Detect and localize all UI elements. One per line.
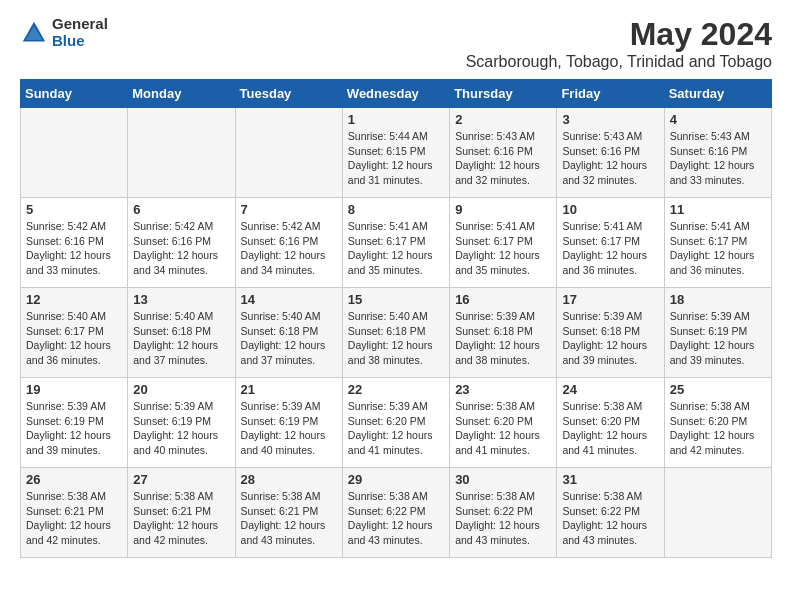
calendar-cell: 24Sunrise: 5:38 AM Sunset: 6:20 PM Dayli… <box>557 378 664 468</box>
day-number: 10 <box>562 202 658 217</box>
day-number: 22 <box>348 382 444 397</box>
calendar-cell: 27Sunrise: 5:38 AM Sunset: 6:21 PM Dayli… <box>128 468 235 558</box>
day-info: Sunrise: 5:40 AM Sunset: 6:17 PM Dayligh… <box>26 309 122 368</box>
calendar-cell <box>664 468 771 558</box>
calendar-cell: 14Sunrise: 5:40 AM Sunset: 6:18 PM Dayli… <box>235 288 342 378</box>
day-number: 20 <box>133 382 229 397</box>
day-number: 8 <box>348 202 444 217</box>
week-row-2: 5Sunrise: 5:42 AM Sunset: 6:16 PM Daylig… <box>21 198 772 288</box>
day-number: 15 <box>348 292 444 307</box>
calendar-cell: 1Sunrise: 5:44 AM Sunset: 6:15 PM Daylig… <box>342 108 449 198</box>
calendar-cell: 20Sunrise: 5:39 AM Sunset: 6:19 PM Dayli… <box>128 378 235 468</box>
day-number: 9 <box>455 202 551 217</box>
day-info: Sunrise: 5:39 AM Sunset: 6:18 PM Dayligh… <box>455 309 551 368</box>
calendar-cell: 16Sunrise: 5:39 AM Sunset: 6:18 PM Dayli… <box>450 288 557 378</box>
day-info: Sunrise: 5:38 AM Sunset: 6:20 PM Dayligh… <box>562 399 658 458</box>
day-info: Sunrise: 5:38 AM Sunset: 6:20 PM Dayligh… <box>670 399 766 458</box>
calendar-cell: 12Sunrise: 5:40 AM Sunset: 6:17 PM Dayli… <box>21 288 128 378</box>
day-number: 5 <box>26 202 122 217</box>
day-info: Sunrise: 5:41 AM Sunset: 6:17 PM Dayligh… <box>562 219 658 278</box>
day-info: Sunrise: 5:38 AM Sunset: 6:20 PM Dayligh… <box>455 399 551 458</box>
day-info: Sunrise: 5:38 AM Sunset: 6:21 PM Dayligh… <box>26 489 122 548</box>
calendar-cell <box>128 108 235 198</box>
day-info: Sunrise: 5:39 AM Sunset: 6:20 PM Dayligh… <box>348 399 444 458</box>
week-row-1: 1Sunrise: 5:44 AM Sunset: 6:15 PM Daylig… <box>21 108 772 198</box>
week-row-5: 26Sunrise: 5:38 AM Sunset: 6:21 PM Dayli… <box>21 468 772 558</box>
day-info: Sunrise: 5:38 AM Sunset: 6:22 PM Dayligh… <box>348 489 444 548</box>
calendar-cell: 25Sunrise: 5:38 AM Sunset: 6:20 PM Dayli… <box>664 378 771 468</box>
day-info: Sunrise: 5:38 AM Sunset: 6:21 PM Dayligh… <box>241 489 337 548</box>
day-number: 14 <box>241 292 337 307</box>
calendar-cell: 7Sunrise: 5:42 AM Sunset: 6:16 PM Daylig… <box>235 198 342 288</box>
logo: General Blue <box>20 16 108 49</box>
day-number: 4 <box>670 112 766 127</box>
day-number: 16 <box>455 292 551 307</box>
day-number: 28 <box>241 472 337 487</box>
calendar-cell: 22Sunrise: 5:39 AM Sunset: 6:20 PM Dayli… <box>342 378 449 468</box>
title-area: May 2024 Scarborough, Tobago, Trinidad a… <box>466 16 772 71</box>
day-number: 29 <box>348 472 444 487</box>
calendar-cell: 23Sunrise: 5:38 AM Sunset: 6:20 PM Dayli… <box>450 378 557 468</box>
calendar-table: SundayMondayTuesdayWednesdayThursdayFrid… <box>20 79 772 558</box>
day-info: Sunrise: 5:44 AM Sunset: 6:15 PM Dayligh… <box>348 129 444 188</box>
day-info: Sunrise: 5:43 AM Sunset: 6:16 PM Dayligh… <box>670 129 766 188</box>
calendar-cell: 11Sunrise: 5:41 AM Sunset: 6:17 PM Dayli… <box>664 198 771 288</box>
day-info: Sunrise: 5:42 AM Sunset: 6:16 PM Dayligh… <box>241 219 337 278</box>
day-number: 18 <box>670 292 766 307</box>
day-number: 7 <box>241 202 337 217</box>
day-info: Sunrise: 5:40 AM Sunset: 6:18 PM Dayligh… <box>133 309 229 368</box>
day-number: 23 <box>455 382 551 397</box>
day-info: Sunrise: 5:42 AM Sunset: 6:16 PM Dayligh… <box>133 219 229 278</box>
day-number: 2 <box>455 112 551 127</box>
calendar-cell: 6Sunrise: 5:42 AM Sunset: 6:16 PM Daylig… <box>128 198 235 288</box>
week-row-3: 12Sunrise: 5:40 AM Sunset: 6:17 PM Dayli… <box>21 288 772 378</box>
weekday-header-thursday: Thursday <box>450 80 557 108</box>
day-info: Sunrise: 5:39 AM Sunset: 6:19 PM Dayligh… <box>133 399 229 458</box>
calendar-cell: 30Sunrise: 5:38 AM Sunset: 6:22 PM Dayli… <box>450 468 557 558</box>
calendar-cell: 26Sunrise: 5:38 AM Sunset: 6:21 PM Dayli… <box>21 468 128 558</box>
day-info: Sunrise: 5:38 AM Sunset: 6:22 PM Dayligh… <box>455 489 551 548</box>
day-number: 25 <box>670 382 766 397</box>
day-info: Sunrise: 5:38 AM Sunset: 6:22 PM Dayligh… <box>562 489 658 548</box>
day-number: 24 <box>562 382 658 397</box>
calendar-cell: 21Sunrise: 5:39 AM Sunset: 6:19 PM Dayli… <box>235 378 342 468</box>
logo-general-text: General <box>52 16 108 33</box>
main-title: May 2024 <box>466 16 772 53</box>
day-number: 3 <box>562 112 658 127</box>
weekday-header-friday: Friday <box>557 80 664 108</box>
logo-icon <box>20 19 48 47</box>
weekday-header-tuesday: Tuesday <box>235 80 342 108</box>
day-number: 13 <box>133 292 229 307</box>
day-info: Sunrise: 5:43 AM Sunset: 6:16 PM Dayligh… <box>455 129 551 188</box>
calendar-cell: 29Sunrise: 5:38 AM Sunset: 6:22 PM Dayli… <box>342 468 449 558</box>
day-info: Sunrise: 5:39 AM Sunset: 6:18 PM Dayligh… <box>562 309 658 368</box>
day-info: Sunrise: 5:40 AM Sunset: 6:18 PM Dayligh… <box>348 309 444 368</box>
day-info: Sunrise: 5:39 AM Sunset: 6:19 PM Dayligh… <box>670 309 766 368</box>
day-number: 27 <box>133 472 229 487</box>
weekday-header-sunday: Sunday <box>21 80 128 108</box>
calendar-cell: 8Sunrise: 5:41 AM Sunset: 6:17 PM Daylig… <box>342 198 449 288</box>
day-info: Sunrise: 5:40 AM Sunset: 6:18 PM Dayligh… <box>241 309 337 368</box>
subtitle: Scarborough, Tobago, Trinidad and Tobago <box>466 53 772 71</box>
calendar-cell: 17Sunrise: 5:39 AM Sunset: 6:18 PM Dayli… <box>557 288 664 378</box>
page-header: General Blue May 2024 Scarborough, Tobag… <box>20 16 772 71</box>
calendar-cell: 31Sunrise: 5:38 AM Sunset: 6:22 PM Dayli… <box>557 468 664 558</box>
day-info: Sunrise: 5:41 AM Sunset: 6:17 PM Dayligh… <box>455 219 551 278</box>
day-number: 21 <box>241 382 337 397</box>
calendar-cell: 18Sunrise: 5:39 AM Sunset: 6:19 PM Dayli… <box>664 288 771 378</box>
day-info: Sunrise: 5:41 AM Sunset: 6:17 PM Dayligh… <box>670 219 766 278</box>
day-number: 1 <box>348 112 444 127</box>
day-info: Sunrise: 5:41 AM Sunset: 6:17 PM Dayligh… <box>348 219 444 278</box>
day-number: 11 <box>670 202 766 217</box>
day-number: 31 <box>562 472 658 487</box>
day-number: 12 <box>26 292 122 307</box>
day-info: Sunrise: 5:42 AM Sunset: 6:16 PM Dayligh… <box>26 219 122 278</box>
calendar-cell: 2Sunrise: 5:43 AM Sunset: 6:16 PM Daylig… <box>450 108 557 198</box>
day-info: Sunrise: 5:38 AM Sunset: 6:21 PM Dayligh… <box>133 489 229 548</box>
weekday-header-row: SundayMondayTuesdayWednesdayThursdayFrid… <box>21 80 772 108</box>
calendar-cell: 28Sunrise: 5:38 AM Sunset: 6:21 PM Dayli… <box>235 468 342 558</box>
weekday-header-monday: Monday <box>128 80 235 108</box>
calendar-cell: 3Sunrise: 5:43 AM Sunset: 6:16 PM Daylig… <box>557 108 664 198</box>
week-row-4: 19Sunrise: 5:39 AM Sunset: 6:19 PM Dayli… <box>21 378 772 468</box>
calendar-cell <box>21 108 128 198</box>
